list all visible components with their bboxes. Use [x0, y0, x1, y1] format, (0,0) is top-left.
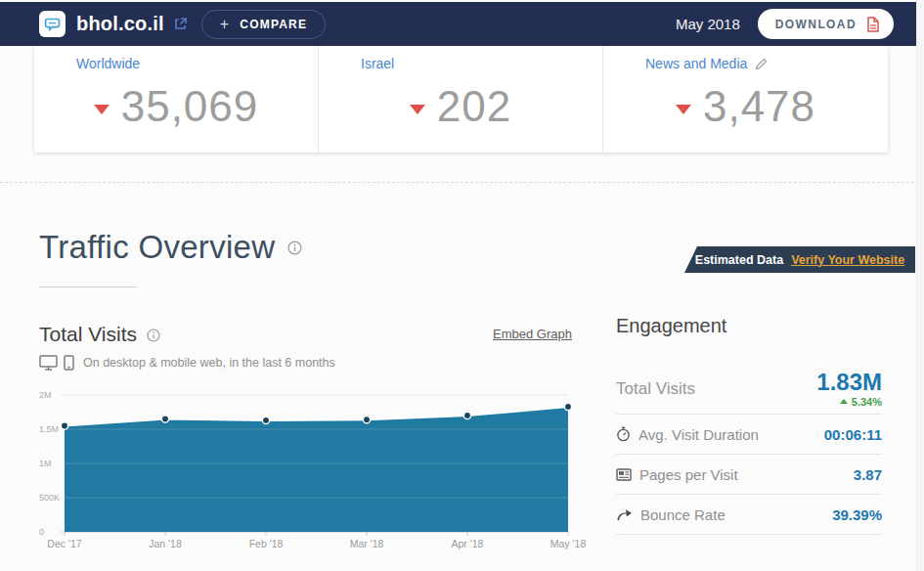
total-visits-chart[interactable]: 2M 1.5M 1M 500K 0 Dec '17 Jan '18 Feb '1…	[39, 385, 572, 553]
avg-visit-duration-value: 00:06:11	[824, 426, 882, 443]
visits-area-series	[61, 403, 571, 532]
pages-icon	[616, 468, 632, 481]
y-tick: 2M	[39, 390, 52, 400]
x-axis: Dec '17 Jan '18 Feb '18 Mar '18 Apr '18 …	[39, 538, 572, 551]
heading-underline	[39, 286, 137, 287]
top-bar: bhol.co.il + COMPARE May 2018 DOWNLOAD	[0, 2, 917, 46]
info-icon[interactable]	[287, 241, 302, 255]
compare-button[interactable]: + COMPARE	[201, 10, 326, 39]
mobile-icon	[64, 355, 74, 371]
rank-label-text: Worldwide	[76, 56, 140, 71]
external-link-icon[interactable]	[173, 17, 188, 31]
engagement-row-total-visits: Total Visits 1.83M 5.34%	[616, 364, 882, 415]
metric-label: Pages per Visit	[639, 466, 738, 483]
metric-label: Avg. Visit Duration	[638, 426, 759, 443]
y-tick: 1.5M	[39, 424, 59, 434]
engagement-panel: Engagement Total Visits 1.83M 5.34% A	[616, 315, 882, 535]
bounce-arrow-icon	[616, 507, 633, 521]
section-divider	[0, 182, 924, 183]
engagement-row-avg-visit-duration: Avg. Visit Duration 00:06:11	[616, 415, 882, 455]
y-tick: 0	[39, 527, 44, 537]
rank-col-worldwide: Worldwide 35,069	[34, 46, 319, 153]
engagement-row-bounce-rate: Bounce Rate 39.39%	[616, 495, 882, 535]
site-favicon-icon	[39, 11, 66, 37]
x-axis-label: Jan '18	[149, 538, 182, 549]
metric-label: Bounce Rate	[640, 506, 726, 523]
site-title: bhol.co.il	[76, 13, 164, 35]
rank-down-arrow-icon	[94, 105, 110, 114]
verify-website-link[interactable]: Verify Your Website	[791, 253, 904, 267]
rank-label-category[interactable]: News and Media	[645, 56, 768, 71]
pages-per-visit-value: 3.87	[854, 466, 882, 483]
metric-label: Total Visits	[616, 379, 695, 399]
change-up-icon	[840, 399, 848, 404]
rank-down-arrow-icon	[410, 105, 425, 114]
rank-label-text: Israel	[361, 56, 394, 71]
rank-label-country[interactable]: Israel	[361, 56, 394, 71]
estimated-data-banner: Estimated Data Verify Your Website	[684, 246, 915, 273]
engagement-row-pages-per-visit: Pages per Visit 3.87	[616, 455, 882, 495]
page-edge-scrollbar[interactable]	[916, 0, 924, 571]
country-rank-value: 202	[437, 82, 511, 131]
plus-icon: +	[220, 16, 231, 33]
x-axis-label: Mar '18	[350, 538, 384, 549]
rank-label-text: News and Media	[645, 56, 747, 71]
edit-pencil-icon[interactable]	[755, 58, 768, 70]
rank-down-arrow-icon	[676, 105, 691, 114]
category-rank-value: 3,478	[703, 82, 815, 131]
rank-label-worldwide[interactable]: Worldwide	[76, 56, 140, 71]
download-button-label: DOWNLOAD	[775, 18, 857, 31]
info-icon[interactable]	[147, 329, 160, 342]
desktop-icon	[39, 355, 60, 371]
page: bhol.co.il + COMPARE May 2018 DOWNLOAD W…	[0, 0, 924, 571]
compare-button-label: COMPARE	[240, 18, 307, 31]
embed-graph-link[interactable]: Embed Graph	[493, 327, 572, 341]
stopwatch-icon	[616, 426, 631, 442]
total-visits-title: Total Visits	[39, 323, 137, 346]
y-tick: 1M	[39, 459, 52, 468]
page-title: Traffic Overview	[39, 229, 275, 266]
chart-subtitle: On desktop & mobile web, in the last 6 m…	[83, 356, 335, 370]
x-axis-label: Apr '18	[452, 538, 484, 549]
change-value: 5.34%	[852, 396, 882, 408]
x-axis-label: Feb '18	[249, 538, 284, 549]
x-axis-label: May '18	[550, 538, 586, 549]
x-axis-label: Dec '17	[47, 538, 81, 549]
engagement-title: Engagement	[616, 315, 882, 337]
rank-col-country: Israel 202	[319, 46, 603, 153]
pdf-icon	[865, 17, 880, 32]
worldwide-rank-value: 35,069	[121, 82, 259, 131]
rank-summary-card: Worldwide 35,069 Israel 202 News and Med…	[34, 46, 888, 153]
date-label: May 2018	[676, 16, 740, 32]
bounce-rate-value: 39.39%	[832, 506, 882, 523]
y-tick: 500K	[39, 493, 60, 503]
total-visits-value: 1.83M	[816, 371, 882, 394]
rank-col-category: News and Media 3,478	[603, 46, 888, 153]
estimated-data-label: Estimated Data	[695, 253, 783, 267]
download-button[interactable]: DOWNLOAD	[758, 9, 894, 39]
